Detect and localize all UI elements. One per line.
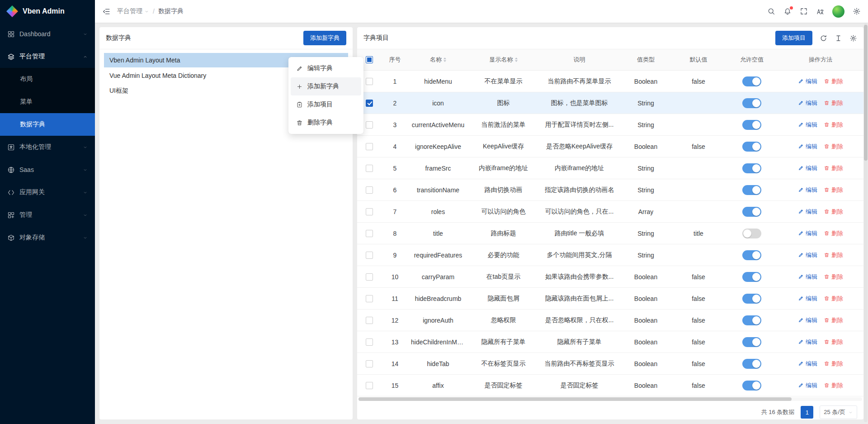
delete-link[interactable]: 删除: [824, 229, 843, 238]
sidebar-item-platform[interactable]: 平台管理: [0, 45, 95, 68]
row-checkbox[interactable]: [366, 208, 373, 215]
breadcrumb-root[interactable]: 平台管理: [117, 7, 149, 15]
edit-link[interactable]: 编辑: [798, 316, 817, 324]
delete-link[interactable]: 删除: [824, 186, 843, 194]
delete-link[interactable]: 删除: [824, 338, 843, 346]
sidebar-item-storage[interactable]: 对象存储: [0, 226, 95, 249]
sidebar-item-gateway[interactable]: 应用网关: [0, 181, 95, 204]
allow-null-toggle[interactable]: [742, 185, 761, 195]
row-checkbox[interactable]: [366, 252, 373, 259]
sort-icons[interactable]: [515, 57, 518, 62]
delete-link[interactable]: 删除: [824, 208, 843, 216]
add-item-button[interactable]: 添加项目: [775, 31, 812, 45]
sidebar-item-localization[interactable]: 本地化管理: [0, 136, 95, 158]
context-menu-item[interactable]: 编辑字典: [291, 59, 361, 77]
row-checkbox[interactable]: [366, 121, 373, 129]
page-size-select[interactable]: 25 条/页: [820, 405, 857, 419]
row-checkbox[interactable]: [366, 273, 373, 281]
allow-null-toggle[interactable]: [742, 76, 761, 86]
edit-link[interactable]: 编辑: [798, 121, 817, 129]
row-checkbox[interactable]: [366, 143, 373, 150]
allow-null-toggle[interactable]: [742, 250, 761, 260]
sidebar-item-management[interactable]: 管理: [0, 204, 95, 226]
delete-link[interactable]: 删除: [824, 360, 843, 368]
notification-bell-icon[interactable]: [783, 7, 792, 15]
allow-null-toggle[interactable]: [742, 381, 761, 391]
allow-null-toggle[interactable]: [742, 120, 761, 130]
row-checkbox[interactable]: [366, 78, 373, 85]
row-checkbox[interactable]: [366, 295, 373, 302]
column-header[interactable]: 名称: [408, 49, 468, 70]
context-menu-item[interactable]: 删除字典: [291, 114, 361, 132]
allow-null-toggle[interactable]: [742, 359, 761, 369]
delete-link[interactable]: 删除: [824, 99, 843, 107]
row-checkbox[interactable]: [366, 230, 373, 237]
allow-null-toggle[interactable]: [742, 337, 761, 347]
edit-link[interactable]: 编辑: [798, 77, 817, 86]
pagination-page-button[interactable]: 1: [801, 406, 813, 419]
delete-link[interactable]: 删除: [824, 164, 843, 172]
delete-link[interactable]: 删除: [824, 77, 843, 86]
row-checkbox[interactable]: [366, 317, 373, 324]
row-checkbox[interactable]: [366, 338, 373, 346]
sidebar-item-saas[interactable]: Saas: [0, 158, 95, 181]
row-checkbox[interactable]: [366, 360, 373, 367]
collapse-sidebar-icon[interactable]: [102, 7, 111, 16]
delete-link[interactable]: 删除: [824, 143, 843, 151]
edit-link[interactable]: 编辑: [798, 208, 817, 216]
search-icon[interactable]: [767, 7, 775, 15]
settings-gear-icon[interactable]: [853, 7, 861, 15]
delete-link[interactable]: 删除: [824, 121, 843, 129]
delete-link[interactable]: 删除: [824, 381, 843, 390]
horizontal-scrollbar[interactable]: [359, 397, 862, 401]
allow-null-toggle[interactable]: [742, 294, 761, 304]
allow-null-toggle[interactable]: [742, 229, 761, 238]
avatar[interactable]: [832, 5, 844, 18]
delete-link[interactable]: 删除: [824, 273, 843, 281]
allow-null-toggle[interactable]: [742, 315, 761, 325]
sidebar-subitem[interactable]: 菜单: [0, 91, 95, 113]
context-menu-item[interactable]: 添加项目: [291, 95, 361, 114]
allow-null-toggle[interactable]: [742, 98, 761, 108]
context-menu-item[interactable]: 添加新字典: [291, 77, 361, 95]
fullscreen-icon[interactable]: [800, 7, 808, 15]
edit-link[interactable]: 编辑: [798, 338, 817, 346]
edit-link[interactable]: 编辑: [798, 164, 817, 172]
edit-link[interactable]: 编辑: [798, 360, 817, 368]
edit-link[interactable]: 编辑: [798, 143, 817, 151]
allow-null-toggle[interactable]: [742, 163, 761, 173]
vertical-scrollbar[interactable]: [864, 24, 868, 422]
edit-link[interactable]: 编辑: [798, 273, 817, 281]
edit-link[interactable]: 编辑: [798, 251, 817, 259]
row-height-icon[interactable]: [835, 34, 842, 42]
refresh-icon[interactable]: [820, 34, 827, 42]
edit-link[interactable]: 编辑: [798, 229, 817, 238]
logo[interactable]: Vben Admin: [0, 0, 95, 23]
delete-link[interactable]: 删除: [824, 251, 843, 259]
edit-link[interactable]: 编辑: [798, 295, 817, 303]
sidebar-item-dashboard[interactable]: Dashboard: [0, 23, 95, 45]
sidebar-subitem[interactable]: 数据字典: [0, 113, 95, 136]
sidebar-subitem[interactable]: 布局: [0, 68, 95, 91]
edit-link[interactable]: 编辑: [798, 381, 817, 390]
translate-icon[interactable]: [816, 7, 824, 15]
horizontal-scrollbar-thumb[interactable]: [359, 397, 792, 401]
allow-null-toggle[interactable]: [742, 142, 761, 152]
column-settings-icon[interactable]: [849, 34, 857, 42]
row-checkbox[interactable]: [366, 165, 373, 172]
edit-link[interactable]: 编辑: [798, 186, 817, 194]
delete-link[interactable]: 删除: [824, 316, 843, 324]
row-checkbox[interactable]: [366, 186, 373, 194]
column-header[interactable]: 显示名称: [468, 49, 539, 70]
delete-link[interactable]: 删除: [824, 295, 843, 303]
vertical-scrollbar-thumb[interactable]: [864, 25, 868, 161]
allow-null-toggle[interactable]: [742, 207, 761, 217]
edit-link[interactable]: 编辑: [798, 99, 817, 107]
row-checkbox[interactable]: [366, 382, 373, 389]
row-checkbox[interactable]: [366, 100, 373, 107]
sort-icons[interactable]: [443, 57, 446, 62]
add-dictionary-button[interactable]: 添加新字典: [303, 31, 346, 45]
select-all-checkbox[interactable]: [366, 56, 373, 63]
allow-null-toggle[interactable]: [742, 272, 761, 282]
cell-name: carryParam: [408, 266, 468, 287]
